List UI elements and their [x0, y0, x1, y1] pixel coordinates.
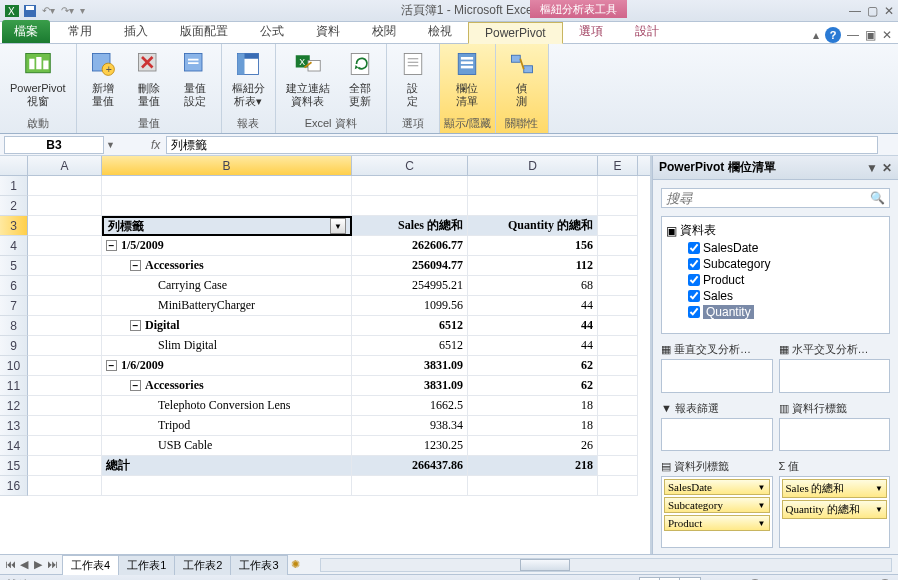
- tab-nav-last-icon[interactable]: ⏭: [46, 558, 58, 571]
- cell[interactable]: [598, 416, 638, 436]
- view-buttons[interactable]: ▦ ▣ ▭: [639, 577, 701, 581]
- cell[interactable]: [598, 216, 638, 236]
- pivot-total-qty[interactable]: 218: [468, 456, 598, 476]
- doc-close-icon[interactable]: ✕: [882, 28, 892, 42]
- field-product[interactable]: Product: [666, 272, 885, 288]
- settings-button[interactable]: 設 定: [391, 46, 435, 110]
- cell[interactable]: [28, 296, 102, 316]
- row-header[interactable]: 13: [0, 416, 28, 436]
- col-header-A[interactable]: A: [28, 156, 102, 175]
- cell[interactable]: [352, 176, 468, 196]
- tab-formula[interactable]: 公式: [244, 20, 300, 43]
- cell[interactable]: [598, 436, 638, 456]
- pivot-sales-value[interactable]: 1230.25: [352, 436, 468, 456]
- cell[interactable]: [28, 396, 102, 416]
- cell[interactable]: [352, 476, 468, 496]
- pivot-row-label[interactable]: USB Cable: [102, 436, 352, 456]
- pivot-sales-value[interactable]: 6512: [352, 316, 468, 336]
- pivottable-button[interactable]: 樞紐分 析表▾: [226, 46, 271, 110]
- pivot-row-label[interactable]: Tripod: [102, 416, 352, 436]
- tab-home[interactable]: 常用: [52, 20, 108, 43]
- cell[interactable]: [598, 256, 638, 276]
- cell[interactable]: [28, 376, 102, 396]
- row-header[interactable]: 9: [0, 336, 28, 356]
- scroll-thumb[interactable]: [520, 559, 570, 571]
- col-header-C[interactable]: C: [352, 156, 468, 175]
- pivot-row-label[interactable]: Slim Digital: [102, 336, 352, 356]
- cell[interactable]: [598, 316, 638, 336]
- tab-review[interactable]: 校閱: [356, 20, 412, 43]
- tab-powerpivot[interactable]: PowerPivot: [468, 22, 563, 44]
- cell[interactable]: [598, 236, 638, 256]
- cell[interactable]: [598, 456, 638, 476]
- new-measure-button[interactable]: +新增 量值: [81, 46, 125, 110]
- pivot-sales-value[interactable]: 1662.5: [352, 396, 468, 416]
- new-sheet-icon[interactable]: ✺: [291, 558, 300, 571]
- tab-file[interactable]: 檔案: [2, 20, 50, 43]
- pivot-sales-value[interactable]: 3831.09: [352, 376, 468, 396]
- close-icon[interactable]: ✕: [884, 4, 894, 18]
- tab-layout[interactable]: 版面配置: [164, 20, 244, 43]
- cell[interactable]: [28, 236, 102, 256]
- doc-restore-icon[interactable]: ▣: [865, 28, 876, 42]
- sheet-tab-3[interactable]: 工作表3: [230, 555, 287, 575]
- cell[interactable]: [28, 456, 102, 476]
- value-field-item[interactable]: Sales 的總和▼: [782, 479, 888, 498]
- pivot-qty-value[interactable]: 18: [468, 396, 598, 416]
- field-search-box[interactable]: 🔍: [661, 188, 890, 208]
- detect-button[interactable]: 偵 測: [500, 46, 544, 110]
- pivot-qty-value[interactable]: 44: [468, 316, 598, 336]
- tab-options[interactable]: 選項: [563, 20, 619, 43]
- row-field-item[interactable]: SalesDate▼: [664, 479, 770, 495]
- redo-icon[interactable]: ↷▾: [61, 5, 74, 16]
- minimize-ribbon-icon[interactable]: ▴: [813, 28, 819, 42]
- value-field-item[interactable]: Quantity 的總和▼: [782, 500, 888, 519]
- row-header[interactable]: 3: [0, 216, 28, 236]
- doc-minimize-icon[interactable]: ―: [847, 28, 859, 42]
- pivot-sales-value[interactable]: 1099.56: [352, 296, 468, 316]
- cell[interactable]: [102, 476, 352, 496]
- sheet-tab-2[interactable]: 工作表2: [174, 555, 231, 575]
- formula-input[interactable]: 列標籤: [166, 136, 878, 154]
- cell[interactable]: [28, 416, 102, 436]
- cell[interactable]: [28, 216, 102, 236]
- pivot-row-label[interactable]: Telephoto Conversion Lens: [102, 396, 352, 416]
- tab-design[interactable]: 設計: [619, 20, 675, 43]
- tab-nav-prev-icon[interactable]: ◀: [18, 558, 30, 571]
- cell[interactable]: [598, 176, 638, 196]
- cell[interactable]: [598, 376, 638, 396]
- pivot-sales-header[interactable]: Sales 的總和: [352, 216, 468, 236]
- values-box[interactable]: Sales 的總和▼Quantity 的總和▼: [779, 476, 891, 548]
- cell[interactable]: [28, 196, 102, 216]
- pivot-sales-value[interactable]: 256094.77: [352, 256, 468, 276]
- row-header[interactable]: 14: [0, 436, 28, 456]
- update-all-button[interactable]: 全部 更新: [338, 46, 382, 110]
- field-subcategory[interactable]: Subcategory: [666, 256, 885, 272]
- tab-insert[interactable]: 插入: [108, 20, 164, 43]
- tab-data[interactable]: 資料: [300, 20, 356, 43]
- cell[interactable]: [468, 176, 598, 196]
- columns-box[interactable]: [779, 418, 891, 452]
- pivot-row-label[interactable]: −Accessories: [102, 376, 352, 396]
- worksheet-grid[interactable]: A B C D E 123列標籤▼Sales 的總和Quantity 的總和4−…: [0, 156, 652, 554]
- undo-icon[interactable]: ↶▾: [42, 5, 55, 16]
- cell[interactable]: [598, 356, 638, 376]
- row-header[interactable]: 2: [0, 196, 28, 216]
- field-salesdate[interactable]: SalesDate: [666, 240, 885, 256]
- powerpivot-window-button[interactable]: PowerPivot 視窗: [4, 46, 72, 110]
- cell[interactable]: [102, 196, 352, 216]
- search-icon[interactable]: 🔍: [870, 191, 885, 205]
- pivot-sales-value[interactable]: 262606.77: [352, 236, 468, 256]
- filter-dropdown-icon[interactable]: ▼: [330, 218, 346, 234]
- measure-settings-button[interactable]: 量值 設定: [173, 46, 217, 110]
- pane-close-icon[interactable]: ✕: [882, 161, 892, 175]
- pivot-qty-value[interactable]: 44: [468, 296, 598, 316]
- save-icon[interactable]: [22, 3, 38, 19]
- name-box[interactable]: B3: [4, 136, 104, 154]
- field-sales[interactable]: Sales: [666, 288, 885, 304]
- col-header-D[interactable]: D: [468, 156, 598, 175]
- cell[interactable]: [598, 196, 638, 216]
- tree-root[interactable]: ▣資料表: [666, 221, 885, 240]
- cell[interactable]: [28, 176, 102, 196]
- cell[interactable]: [28, 256, 102, 276]
